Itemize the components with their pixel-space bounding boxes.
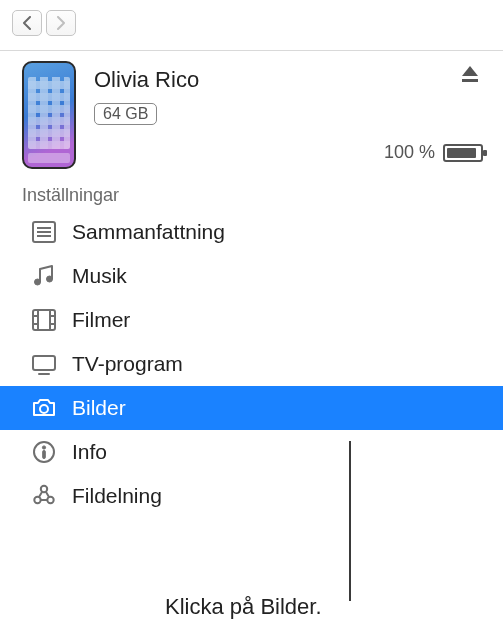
callout-text: Klicka på Bilder. [165,594,322,620]
settings-sidebar: SammanfattningMusikFilmerTV-programBilde… [0,210,503,518]
storage-badge: 64 GB [94,103,157,125]
info-icon [30,438,58,466]
sidebar-item-music[interactable]: Musik [0,254,503,298]
svg-rect-19 [43,451,46,459]
apps-icon [30,482,58,510]
sidebar-item-photos[interactable]: Bilder [0,386,503,430]
sidebar-item-label: Filmer [72,308,130,332]
tv-icon [30,350,58,378]
svg-point-5 [35,279,41,285]
back-button[interactable] [12,10,42,36]
sidebar-item-movies[interactable]: Filmer [0,298,503,342]
svg-rect-7 [33,310,55,330]
svg-rect-0 [462,79,478,82]
device-header: Olivia Rico 64 GB 100 % [0,51,503,177]
sidebar-item-info[interactable]: Info [0,430,503,474]
battery-status: 100 % [384,142,483,163]
sidebar-item-summary[interactable]: Sammanfattning [0,210,503,254]
forward-button[interactable] [46,10,76,36]
svg-point-18 [42,446,45,449]
list-icon [30,218,58,246]
sidebar-item-label: Sammanfattning [72,220,225,244]
svg-point-16 [40,405,48,413]
section-label: Inställningar [0,185,503,210]
callout-line [349,441,351,601]
sidebar-item-files[interactable]: Fildelning [0,474,503,518]
svg-point-21 [34,497,40,503]
eject-button[interactable] [459,63,481,89]
svg-rect-14 [33,356,55,370]
sidebar-item-label: Bilder [72,396,126,420]
film-icon [30,306,58,334]
battery-icon [443,144,483,162]
music-icon [30,262,58,290]
svg-point-20 [41,486,47,492]
svg-point-6 [47,276,53,282]
battery-text: 100 % [384,142,435,163]
nav-toolbar [0,0,503,51]
sidebar-item-label: TV-program [72,352,183,376]
camera-icon [30,394,58,422]
sidebar-item-label: Musik [72,264,127,288]
device-thumbnail [22,61,76,169]
sidebar-item-label: Fildelning [72,484,162,508]
svg-point-22 [47,497,53,503]
sidebar-item-label: Info [72,440,107,464]
device-name: Olivia Rico [94,67,485,93]
sidebar-item-tv[interactable]: TV-program [0,342,503,386]
